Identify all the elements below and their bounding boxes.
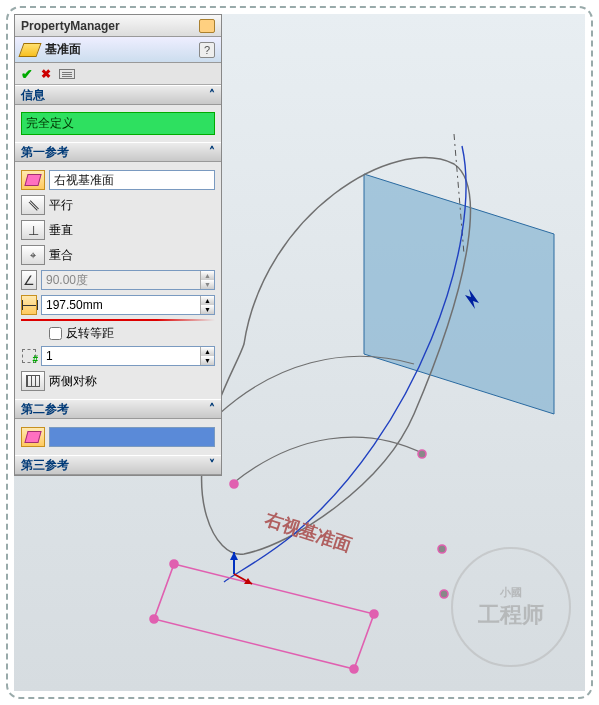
flip-offset-input[interactable]	[49, 327, 62, 340]
section-info-body: 完全定义	[15, 105, 221, 142]
spin-down[interactable]: ▼	[201, 305, 214, 314]
section-ref2-header[interactable]: 第二参考 ˄	[15, 399, 221, 419]
spin-up: ▲	[201, 271, 214, 280]
angle-icon	[23, 273, 35, 288]
section-ref1-header[interactable]: 第一参考 ˄	[15, 142, 221, 162]
svg-point-7	[440, 590, 448, 598]
command-bar	[15, 63, 221, 85]
section-ref3-title: 第三参考	[21, 457, 69, 474]
highlight-underline	[21, 319, 215, 321]
mid-plane-button[interactable]	[21, 371, 45, 391]
parallel-icon	[30, 198, 36, 212]
panel-header: PropertyManager	[15, 15, 221, 37]
section-info-title: 信息	[21, 87, 45, 104]
perpendicular-icon	[28, 223, 39, 238]
svg-point-1	[370, 610, 378, 618]
spin-down[interactable]: ▼	[201, 356, 214, 365]
svg-point-4	[230, 480, 238, 488]
face-icon	[24, 431, 41, 443]
feature-title-bar: 基准面 ?	[15, 37, 221, 63]
datum-plane-preview[interactable]	[364, 174, 554, 414]
reference-entity-button[interactable]	[21, 170, 45, 190]
spin-down: ▼	[201, 280, 214, 289]
svg-point-2	[350, 665, 358, 673]
feature-name: 基准面	[45, 41, 193, 58]
distance-button[interactable]	[21, 295, 37, 315]
help-button[interactable]: ?	[199, 42, 215, 58]
instances-field[interactable]	[42, 347, 200, 365]
spin-up[interactable]: ▲	[201, 347, 214, 356]
ref2-selection-box[interactable]	[49, 427, 215, 447]
property-manager-panel: PropertyManager 基准面 ? 信息 ˄ 完全定义 第一参考 ˄	[14, 14, 222, 476]
model-edge-1	[219, 356, 414, 414]
section-ref1-title: 第一参考	[21, 144, 69, 161]
status-fully-defined: 完全定义	[21, 112, 215, 135]
ok-button[interactable]	[21, 66, 33, 82]
angle-button[interactable]	[21, 270, 37, 290]
spin-up[interactable]: ▲	[201, 296, 214, 305]
selected-sketch[interactable]	[150, 450, 448, 673]
model-edge-2	[232, 437, 424, 484]
perpendicular-button[interactable]	[21, 220, 45, 240]
parallel-button[interactable]	[21, 195, 45, 215]
panel-title: PropertyManager	[21, 19, 120, 33]
section-ref1-body: 右视基准面 平行 垂直 重合 ▲▼	[15, 162, 221, 399]
section-ref2-body	[15, 419, 221, 455]
watermark: 小國 工程师	[451, 547, 571, 667]
coincident-icon	[30, 249, 36, 262]
perpendicular-label: 垂直	[49, 222, 73, 239]
cancel-button[interactable]	[41, 67, 51, 81]
plane-icon	[18, 43, 41, 57]
ref1-selection-box[interactable]: 右视基准面	[49, 170, 215, 190]
instances-button	[21, 346, 37, 366]
reference-entity-button-2[interactable]	[21, 427, 45, 447]
coincident-label: 重合	[49, 247, 73, 264]
instances-icon	[22, 349, 36, 363]
svg-point-6	[438, 545, 446, 553]
chevron-down-icon: ˅	[209, 458, 215, 472]
angle-field	[42, 271, 200, 289]
section-ref3-header[interactable]: 第三参考 ˅	[15, 455, 221, 475]
flip-offset-label: 反转等距	[66, 325, 114, 342]
mid-plane-icon	[26, 375, 40, 387]
face-icon	[24, 174, 41, 186]
section-info-header[interactable]: 信息 ˄	[15, 85, 221, 105]
section-ref2-title: 第二参考	[21, 401, 69, 418]
angle-input: ▲▼	[41, 270, 215, 290]
chevron-up-icon: ˄	[209, 88, 215, 102]
parallel-label: 平行	[49, 197, 73, 214]
distance-input[interactable]: ▲▼	[41, 295, 215, 315]
chevron-up-icon: ˄	[209, 145, 215, 159]
distance-icon	[22, 298, 36, 312]
distance-field[interactable]	[42, 296, 200, 314]
pin-icon[interactable]	[199, 19, 215, 33]
graphics-viewport[interactable]: 右视基准面 小國 工程师 PropertyManager	[14, 14, 585, 691]
svg-point-0	[170, 560, 178, 568]
coincident-button[interactable]	[21, 245, 45, 265]
instances-input[interactable]: ▲▼	[41, 346, 215, 366]
detailed-preview-button[interactable]	[59, 69, 75, 79]
chevron-up-icon: ˄	[209, 402, 215, 416]
flip-offset-checkbox[interactable]: 反转等距	[49, 325, 215, 342]
mid-plane-label: 两侧对称	[49, 373, 97, 390]
svg-point-5	[418, 450, 426, 458]
svg-point-3	[150, 615, 158, 623]
